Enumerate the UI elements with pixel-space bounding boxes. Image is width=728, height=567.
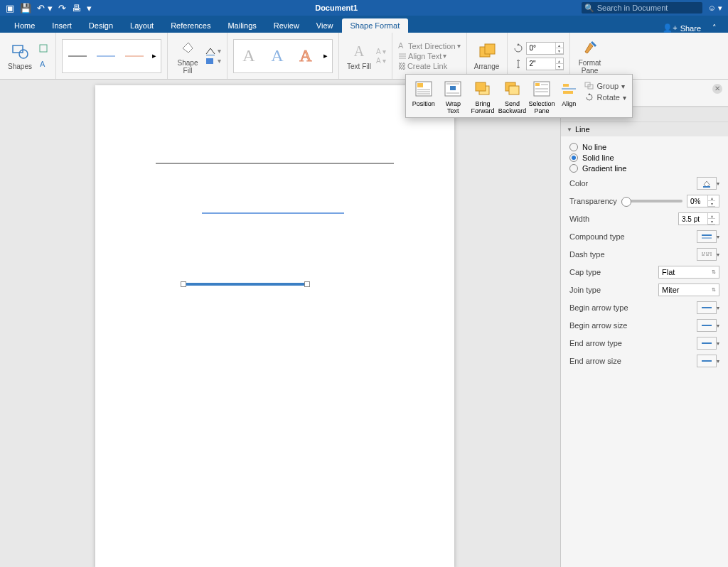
fill-icon <box>178 38 198 58</box>
bring-forward-button[interactable]: Bring Forward <box>468 79 498 114</box>
transparency-label: Transparency <box>569 197 617 205</box>
print-icon[interactable]: 🖶 <box>72 3 81 14</box>
align-button[interactable]: Align <box>557 79 582 107</box>
end-arrow-size-button[interactable] <box>697 355 717 367</box>
shape-effects-button[interactable]: ▾ <box>205 57 221 65</box>
rotation-icon <box>513 43 523 53</box>
text-fill-icon: A <box>349 41 369 61</box>
tab-shape-format[interactable]: Shape Format <box>342 18 409 33</box>
format-pane-button[interactable]: Format Pane <box>576 38 604 75</box>
radio-gradient-line[interactable]: Gradient line <box>569 164 719 173</box>
svg-rect-24 <box>450 86 456 90</box>
wordart-3[interactable]: A <box>292 42 319 70</box>
share-label: Share <box>680 24 701 33</box>
search-input[interactable]: 🔍 Search in Document <box>582 2 702 14</box>
align-text-button[interactable]: Align Text ▾ <box>398 52 461 60</box>
end-arrow-type-button[interactable] <box>697 337 717 350</box>
join-type-select[interactable]: Miter⇅ <box>658 284 719 296</box>
cap-label: Cap type <box>569 268 601 276</box>
shape-fill-label: Shape Fill <box>178 59 198 75</box>
color-label: Color <box>569 179 588 188</box>
send-backward-button[interactable]: Send Backward <box>498 79 528 114</box>
svg-rect-32 <box>535 83 540 86</box>
dash-label: Dash type <box>569 250 605 259</box>
height-input[interactable]: ▴▾ <box>526 58 564 70</box>
wordart-more[interactable]: ▸ <box>321 42 331 70</box>
autosave-icon[interactable]: ▣ <box>6 3 14 14</box>
smiley-icon[interactable]: ☺ ▾ <box>708 4 722 13</box>
selection-handle-left[interactable] <box>181 281 186 287</box>
shape-fill-button[interactable]: Shape Fill <box>173 38 202 75</box>
search-icon: 🔍 <box>584 4 594 13</box>
ribbon: Shapes A ▸ Shape Fill ▾ ▾ <box>0 33 728 80</box>
qat-more-icon[interactable]: ▾ <box>87 3 92 14</box>
create-link-button[interactable]: ⛓ Create Link <box>398 62 461 70</box>
collapse-ribbon[interactable]: ˄ <box>707 23 722 33</box>
height-icon <box>513 59 523 69</box>
compound-type-button[interactable] <box>697 230 717 243</box>
tab-mailings[interactable]: Mailings <box>219 18 264 33</box>
text-effects-button[interactable]: A ▾ <box>376 57 386 65</box>
selection-handle-right[interactable] <box>304 281 310 287</box>
arrange-popup: Position Wrap Text Bring Forward Send Ba… <box>405 74 633 118</box>
shapes-icon <box>10 41 30 61</box>
svg-rect-14 <box>485 44 495 54</box>
text-outline-button[interactable]: A ▾ <box>376 48 386 55</box>
svg-text:A: A <box>398 43 404 50</box>
tab-insert[interactable]: Insert <box>43 18 80 33</box>
style-2[interactable] <box>92 42 119 70</box>
svg-point-1 <box>19 50 28 58</box>
style-1[interactable] <box>64 42 91 70</box>
position-button[interactable]: Position <box>409 79 439 107</box>
cap-type-select[interactable]: Flat⇅ <box>658 266 719 279</box>
save-icon[interactable]: 💾 <box>20 3 31 14</box>
group-button[interactable]: Group ▾ <box>584 82 626 90</box>
width-label: Width <box>569 215 589 223</box>
begin-size-label: Begin arrow size <box>569 321 627 330</box>
tab-design[interactable]: Design <box>80 18 122 33</box>
share-button[interactable]: 👤+ Share <box>657 23 707 33</box>
redo-icon[interactable]: ↷ <box>58 3 66 14</box>
tab-references[interactable]: References <box>162 18 219 33</box>
dash-type-button[interactable] <box>697 248 717 261</box>
shape-outline-button[interactable]: ▾ <box>205 47 221 55</box>
rotate-button[interactable]: Rotate ▾ <box>584 93 626 102</box>
arrange-button[interactable]: Arrange <box>473 41 501 70</box>
text-direction-button[interactable]: A Text Direction ▾ <box>398 42 461 50</box>
shape-style-gallery[interactable]: ▸ <box>62 39 161 73</box>
svg-rect-30 <box>509 86 519 94</box>
gallery-more[interactable]: ▸ <box>149 42 159 70</box>
style-3[interactable] <box>121 42 148 70</box>
begin-arrow-size-button[interactable] <box>697 319 717 332</box>
undo-icon[interactable]: ↶ ▾ <box>37 3 53 14</box>
begin-arrow-type-button[interactable] <box>697 301 717 314</box>
close-pane-button[interactable]: ✕ <box>712 84 722 94</box>
tab-layout[interactable]: Layout <box>122 18 162 33</box>
edit-shape-icon[interactable] <box>37 42 50 55</box>
wrap-text-button[interactable]: Wrap Text <box>439 79 469 114</box>
text-fill-button[interactable]: A Text Fill <box>345 41 373 70</box>
draw-textbox-icon[interactable]: A <box>37 58 50 70</box>
rotation-input[interactable]: ▴▾ <box>526 42 564 55</box>
wordart-gallery[interactable]: A A A ▸ <box>233 39 333 73</box>
transparency-slider[interactable] <box>621 200 682 202</box>
transparency-input[interactable]: ▴▾ <box>687 195 719 207</box>
wordart-1[interactable]: A <box>235 42 262 70</box>
radio-no-line[interactable]: No line <box>569 143 719 151</box>
radio-solid-line[interactable]: Solid line <box>569 153 719 162</box>
join-label: Join type <box>569 286 601 294</box>
end-size-label: End arrow size <box>569 357 621 365</box>
tab-review[interactable]: Review <box>265 18 308 33</box>
tab-view[interactable]: View <box>308 18 342 33</box>
shapes-button[interactable]: Shapes <box>6 41 34 70</box>
line-width-input[interactable]: ▴▾ <box>678 212 719 225</box>
title-bar: ▣ 💾 ↶ ▾ ↷ 🖶 ▾ Document1 🔍 Search in Docu… <box>0 0 728 16</box>
selection-pane-button[interactable]: Selection Pane <box>527 79 557 114</box>
document-canvas[interactable] <box>0 80 560 567</box>
wordart-2[interactable]: A <box>264 42 291 70</box>
line-section-header[interactable]: ▼Line <box>561 122 728 136</box>
page <box>95 85 454 567</box>
tab-home[interactable]: Home <box>6 18 43 33</box>
search-placeholder: Search in Document <box>597 4 668 12</box>
line-color-button[interactable] <box>697 177 717 190</box>
